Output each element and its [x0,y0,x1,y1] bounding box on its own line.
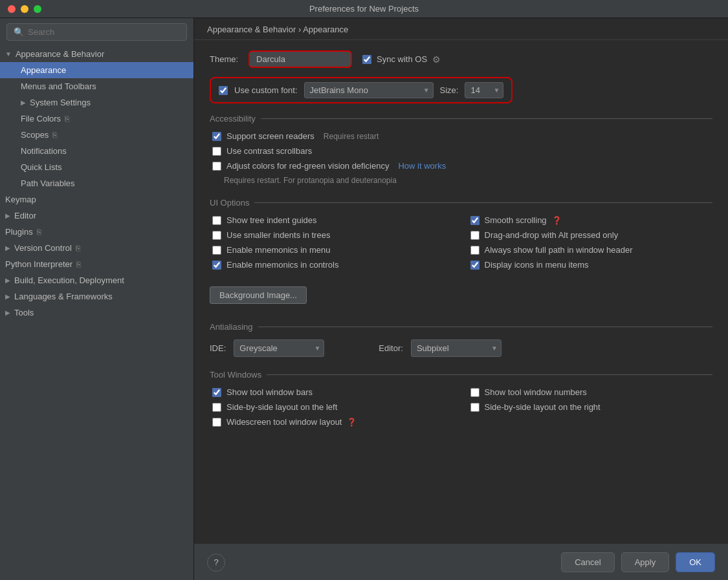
editor-antialiasing-select[interactable]: Subpixel Greyscale None [411,339,502,357]
breadcrumb: Appearance & Behavior › Appearance [194,18,728,40]
sidebar-item-keymap[interactable]: Keymap [0,191,193,208]
side-by-side-left-row: Side-by-side layout on the left [212,402,455,412]
sidebar-item-label: Plugins [5,227,33,237]
sidebar-item-path-variables[interactable]: Path Variables [0,175,193,191]
show-tool-numbers-checkbox[interactable] [470,388,480,397]
size-dropdown-wrapper: 14 ▼ [465,82,503,98]
side-by-side-left-checkbox[interactable] [212,403,221,412]
size-select[interactable]: 14 [465,82,503,98]
sidebar-item-notifications[interactable]: Notifications [0,143,193,159]
window-title: Preferences for New Projects [309,4,419,14]
widescreen-checkbox[interactable] [212,418,221,427]
contrast-scrollbars-checkbox[interactable] [212,147,221,156]
show-tool-bars-checkbox[interactable] [212,388,221,397]
chevron-right-icon: ▶ [5,277,10,284]
restart-note: Requires restart [324,132,379,141]
smooth-scrolling-help-icon[interactable]: ❓ [552,216,562,225]
font-dropdown-wrapper: JetBrains Mono ▼ [304,82,434,98]
drag-drop-checkbox[interactable] [470,231,480,240]
antialiasing-section: Antialiasing IDE: Greyscale Subpixel Non… [210,322,712,357]
ide-dropdown-wrapper: Greyscale Subpixel None ▼ [234,339,324,357]
display-icons-checkbox[interactable] [470,261,480,270]
custom-font-checkbox[interactable] [219,86,228,95]
sidebar-item-python-interpreter[interactable]: Python Interpreter ⎘ [0,256,193,272]
theme-label: Theme: [210,54,238,64]
sidebar-item-label: Menus and Toolbars [21,81,96,91]
mnemonics-controls-checkbox[interactable] [212,261,221,270]
minimize-button[interactable] [21,5,28,13]
smooth-scrolling-checkbox[interactable] [470,216,480,225]
search-box[interactable]: 🔍 [6,23,187,41]
footer-buttons: Cancel Apply OK [561,552,715,572]
ui-options-left: Show tree indent guides Use smaller inde… [210,215,455,275]
ide-label: IDE: [210,343,226,353]
sync-checkbox[interactable] [362,55,371,64]
display-icons-row: Display icons in menu items [470,260,713,270]
side-by-side-right-checkbox[interactable] [470,403,480,412]
mnemonics-controls-label: Enable mnemonics in controls [226,260,338,270]
sidebar-item-appearance[interactable]: Appearance [0,62,193,78]
tool-windows-right: Show tool window numbers Side-by-side la… [468,387,713,432]
red-green-checkbox[interactable] [212,162,221,171]
chevron-right-icon: ▶ [21,99,26,106]
copy-icon: ⎘ [76,244,80,253]
widescreen-label: Widescreen tool window layout [226,417,342,427]
full-path-checkbox[interactable] [470,246,480,255]
tree-indent-checkbox[interactable] [212,216,221,225]
help-button[interactable]: ? [207,553,225,572]
widescreen-help-icon[interactable]: ❓ [347,418,357,427]
copy-icon: ⎘ [65,114,69,124]
editor-label: Editor: [379,343,403,353]
ok-button[interactable]: OK [676,552,715,572]
editor-dropdown-wrapper: Subpixel Greyscale None ▼ [411,339,502,357]
cancel-button[interactable]: Cancel [561,552,614,572]
smaller-indents-checkbox[interactable] [212,231,221,240]
maximize-button[interactable] [34,5,41,13]
tool-windows-label: Tool Windows [210,370,712,380]
how-it-works-link[interactable]: How it works [398,161,446,171]
breadcrumb-current: Appearance [303,25,348,34]
sidebar: 🔍 ▼ Appearance & Behavior Appearance Men… [0,18,194,580]
main-layout: 🔍 ▼ Appearance & Behavior Appearance Men… [0,18,728,580]
search-icon: 🔍 [14,27,24,37]
sidebar-item-label: Appearance [21,65,66,75]
font-select[interactable]: JetBrains Mono [304,82,434,98]
red-green-label: Adjust colors for red-green vision defic… [226,161,389,171]
sidebar-item-system-settings[interactable]: ▶ System Settings [0,94,193,111]
sidebar-item-appearance-behavior[interactable]: ▼ Appearance & Behavior [0,46,193,62]
mnemonics-menu-checkbox[interactable] [212,246,221,255]
ide-antialiasing-select[interactable]: Greyscale Subpixel None [234,339,324,357]
sidebar-item-quick-lists[interactable]: Quick Lists [0,159,193,175]
footer: ? Cancel Apply OK [194,544,728,580]
window-controls[interactable] [8,5,41,13]
background-image-button[interactable]: Background Image... [210,286,307,304]
close-button[interactable] [8,5,16,13]
gear-icon[interactable]: ⚙ [432,54,441,65]
sidebar-item-file-colors[interactable]: File Colors ⎘ [0,111,193,127]
sidebar-item-scopes[interactable]: Scopes ⎘ [0,127,193,143]
tree-indent-label: Show tree indent guides [226,215,316,225]
show-tool-bars-label: Show tool window bars [226,387,313,397]
sidebar-item-editor[interactable]: ▶ Editor [0,208,193,224]
accessibility-label: Accessibility [210,114,712,124]
sidebar-item-label: Editor [14,211,36,220]
search-input[interactable] [28,27,180,37]
sidebar-item-plugins[interactable]: Plugins ⎘ [0,224,193,240]
screen-readers-row: Support screen readers Requires restart [212,131,712,141]
chevron-right-icon: ▶ [5,244,10,252]
sidebar-item-build-execution[interactable]: ▶ Build, Execution, Deployment [0,272,193,288]
red-green-row: Adjust colors for red-green vision defic… [212,161,712,171]
smaller-indents-label: Use smaller indents in trees [226,230,330,240]
copy-icon: ⎘ [52,131,57,140]
widescreen-row: Widescreen tool window layout ❓ [212,417,455,427]
apply-button[interactable]: Apply [621,552,670,572]
sidebar-item-tools[interactable]: ▶ Tools [0,305,193,321]
screen-readers-checkbox[interactable] [212,132,221,141]
red-green-note: Requires restart. For protanopia and deu… [224,176,712,185]
sync-label: Sync with OS [377,54,427,64]
theme-value[interactable]: Darcula [248,50,352,68]
sidebar-item-menus-toolbars[interactable]: Menus and Toolbars [0,78,193,94]
sidebar-item-languages-frameworks[interactable]: ▶ Languages & Frameworks [0,288,193,305]
sidebar-item-version-control[interactable]: ▶ Version Control ⎘ [0,240,193,256]
sidebar-item-label: Scopes [21,130,49,140]
